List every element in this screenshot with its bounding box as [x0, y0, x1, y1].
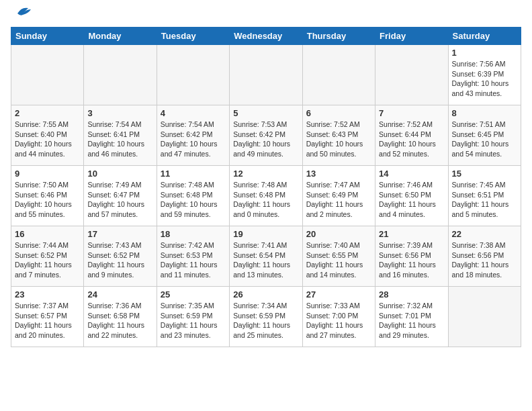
calendar-cell: 25Sunrise: 7:35 AM Sunset: 6:59 PM Dayli…: [157, 287, 229, 347]
calendar-cell: 17Sunrise: 7:43 AM Sunset: 6:52 PM Dayli…: [84, 226, 157, 287]
calendar-week-row: 1Sunrise: 7:56 AM Sunset: 6:39 PM Daylig…: [11, 45, 521, 105]
calendar-cell: [448, 287, 521, 347]
calendar-cell: 3Sunrise: 7:54 AM Sunset: 6:41 PM Daylig…: [84, 105, 157, 166]
day-number: 16: [15, 229, 80, 239]
day-info: Sunrise: 7:36 AM Sunset: 6:58 PM Dayligh…: [87, 301, 152, 340]
day-number: 2: [15, 108, 80, 118]
day-number: 17: [87, 229, 152, 239]
weekday-header: Thursday: [302, 28, 375, 45]
calendar-header-row: SundayMondayTuesdayWednesdayThursdayFrid…: [11, 28, 521, 45]
day-info: Sunrise: 7:46 AM Sunset: 6:50 PM Dayligh…: [379, 180, 444, 220]
calendar-cell: 10Sunrise: 7:49 AM Sunset: 6:47 PM Dayli…: [84, 166, 157, 226]
day-number: 8: [452, 108, 517, 118]
weekday-header: Tuesday: [157, 28, 229, 45]
calendar-cell: 24Sunrise: 7:36 AM Sunset: 6:58 PM Dayli…: [84, 287, 157, 347]
day-number: 26: [233, 289, 298, 300]
day-info: Sunrise: 7:41 AM Sunset: 6:54 PM Dayligh…: [233, 240, 298, 280]
weekday-header: Sunday: [11, 28, 84, 45]
calendar-cell: 19Sunrise: 7:41 AM Sunset: 6:54 PM Dayli…: [230, 226, 302, 287]
day-number: 4: [161, 108, 226, 118]
day-info: Sunrise: 7:33 AM Sunset: 7:00 PM Dayligh…: [306, 301, 371, 340]
day-number: 5: [233, 108, 298, 118]
day-info: Sunrise: 7:32 AM Sunset: 7:01 PM Dayligh…: [379, 301, 444, 340]
calendar-cell: [84, 45, 157, 105]
calendar-cell: 2Sunrise: 7:55 AM Sunset: 6:40 PM Daylig…: [11, 105, 84, 166]
day-info: Sunrise: 7:45 AM Sunset: 6:51 PM Dayligh…: [452, 180, 517, 220]
calendar-cell: 13Sunrise: 7:47 AM Sunset: 6:49 PM Dayli…: [302, 166, 375, 226]
calendar-week-row: 2Sunrise: 7:55 AM Sunset: 6:40 PM Daylig…: [11, 105, 521, 166]
day-info: Sunrise: 7:49 AM Sunset: 6:47 PM Dayligh…: [87, 180, 152, 220]
calendar-week-row: 16Sunrise: 7:44 AM Sunset: 6:52 PM Dayli…: [11, 226, 521, 287]
day-number: 9: [15, 169, 80, 179]
calendar-cell: 28Sunrise: 7:32 AM Sunset: 7:01 PM Dayli…: [375, 287, 448, 347]
day-info: Sunrise: 7:51 AM Sunset: 6:45 PM Dayligh…: [452, 120, 517, 159]
day-info: Sunrise: 7:56 AM Sunset: 6:39 PM Dayligh…: [452, 59, 517, 99]
day-info: Sunrise: 7:50 AM Sunset: 6:46 PM Dayligh…: [15, 180, 80, 220]
calendar-cell: 23Sunrise: 7:37 AM Sunset: 6:57 PM Dayli…: [11, 287, 84, 347]
calendar-cell: 5Sunrise: 7:53 AM Sunset: 6:42 PM Daylig…: [230, 105, 302, 166]
day-number: 12: [233, 169, 298, 179]
day-info: Sunrise: 7:54 AM Sunset: 6:41 PM Dayligh…: [87, 120, 152, 159]
day-number: 10: [87, 169, 152, 179]
calendar-cell: 7Sunrise: 7:52 AM Sunset: 6:44 PM Daylig…: [375, 105, 448, 166]
weekday-header: Monday: [84, 28, 157, 45]
calendar-cell: 20Sunrise: 7:40 AM Sunset: 6:55 PM Dayli…: [302, 226, 375, 287]
calendar-cell: 9Sunrise: 7:50 AM Sunset: 6:46 PM Daylig…: [11, 166, 84, 226]
day-info: Sunrise: 7:40 AM Sunset: 6:55 PM Dayligh…: [306, 240, 371, 280]
day-number: 11: [161, 169, 226, 179]
calendar-cell: [11, 45, 84, 105]
calendar-table: SundayMondayTuesdayWednesdayThursdayFrid…: [11, 27, 521, 347]
day-number: 1: [452, 48, 517, 58]
day-number: 28: [379, 289, 444, 300]
weekday-header: Wednesday: [230, 28, 302, 45]
day-info: Sunrise: 7:48 AM Sunset: 6:48 PM Dayligh…: [233, 180, 298, 220]
day-info: Sunrise: 7:53 AM Sunset: 6:42 PM Dayligh…: [233, 120, 298, 159]
day-number: 18: [161, 229, 226, 239]
day-number: 14: [379, 169, 444, 179]
day-info: Sunrise: 7:54 AM Sunset: 6:42 PM Dayligh…: [161, 120, 226, 159]
calendar-cell: 21Sunrise: 7:39 AM Sunset: 6:56 PM Dayli…: [375, 226, 448, 287]
day-info: Sunrise: 7:38 AM Sunset: 6:56 PM Dayligh…: [452, 240, 517, 280]
calendar-cell: 18Sunrise: 7:42 AM Sunset: 6:53 PM Dayli…: [157, 226, 229, 287]
day-info: Sunrise: 7:35 AM Sunset: 6:59 PM Dayligh…: [161, 301, 226, 340]
day-number: 13: [306, 169, 371, 179]
calendar-cell: 4Sunrise: 7:54 AM Sunset: 6:42 PM Daylig…: [157, 105, 229, 166]
day-number: 21: [379, 229, 444, 239]
weekday-header: Friday: [375, 28, 448, 45]
day-info: Sunrise: 7:39 AM Sunset: 6:56 PM Dayligh…: [379, 240, 444, 280]
calendar-cell: 22Sunrise: 7:38 AM Sunset: 6:56 PM Dayli…: [448, 226, 521, 287]
day-info: Sunrise: 7:52 AM Sunset: 6:44 PM Dayligh…: [379, 120, 444, 159]
day-number: 22: [452, 229, 517, 239]
day-number: 3: [87, 108, 152, 118]
day-info: Sunrise: 7:34 AM Sunset: 6:59 PM Dayligh…: [233, 301, 298, 340]
calendar-cell: 6Sunrise: 7:52 AM Sunset: 6:43 PM Daylig…: [302, 105, 375, 166]
day-info: Sunrise: 7:52 AM Sunset: 6:43 PM Dayligh…: [306, 120, 371, 159]
day-info: Sunrise: 7:44 AM Sunset: 6:52 PM Dayligh…: [15, 240, 80, 280]
day-number: 15: [452, 169, 517, 179]
calendar-cell: [157, 45, 229, 105]
logo: [11, 11, 34, 20]
calendar-cell: [302, 45, 375, 105]
day-info: Sunrise: 7:55 AM Sunset: 6:40 PM Dayligh…: [15, 120, 80, 159]
calendar-week-row: 9Sunrise: 7:50 AM Sunset: 6:46 PM Daylig…: [11, 166, 521, 226]
day-number: 20: [306, 229, 371, 239]
calendar-cell: [230, 45, 302, 105]
page-header: [11, 11, 521, 20]
day-number: 27: [306, 289, 371, 300]
calendar-cell: 16Sunrise: 7:44 AM Sunset: 6:52 PM Dayli…: [11, 226, 84, 287]
day-number: 6: [306, 108, 371, 118]
day-info: Sunrise: 7:37 AM Sunset: 6:57 PM Dayligh…: [15, 301, 80, 340]
calendar-cell: 14Sunrise: 7:46 AM Sunset: 6:50 PM Dayli…: [375, 166, 448, 226]
weekday-header: Saturday: [448, 28, 521, 45]
day-number: 19: [233, 229, 298, 239]
day-info: Sunrise: 7:47 AM Sunset: 6:49 PM Dayligh…: [306, 180, 371, 220]
day-number: 24: [87, 289, 152, 300]
calendar-week-row: 23Sunrise: 7:37 AM Sunset: 6:57 PM Dayli…: [11, 287, 521, 347]
calendar-cell: 11Sunrise: 7:48 AM Sunset: 6:48 PM Dayli…: [157, 166, 229, 226]
calendar-cell: 26Sunrise: 7:34 AM Sunset: 6:59 PM Dayli…: [230, 287, 302, 347]
day-number: 23: [15, 289, 80, 300]
calendar-cell: 27Sunrise: 7:33 AM Sunset: 7:00 PM Dayli…: [302, 287, 375, 347]
logo-bird-icon: [12, 5, 34, 20]
calendar-cell: 8Sunrise: 7:51 AM Sunset: 6:45 PM Daylig…: [448, 105, 521, 166]
day-info: Sunrise: 7:48 AM Sunset: 6:48 PM Dayligh…: [161, 180, 226, 220]
